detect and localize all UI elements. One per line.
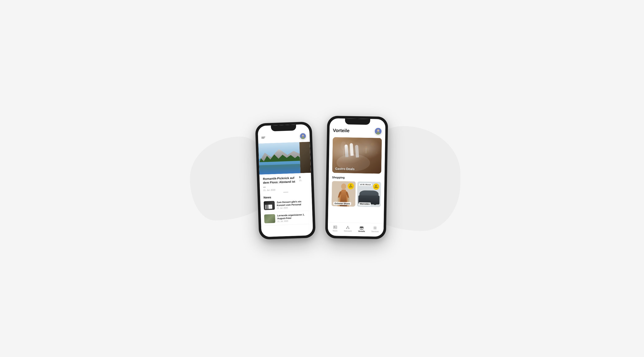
network-icon <box>346 225 350 229</box>
screen-vorteile: Vorteile <box>328 118 386 237</box>
nav-item-netzwerk[interactable]: Netzwerk <box>342 224 354 233</box>
news-section: News Zum Dessert gibt's ein Konzert vom … <box>260 193 313 229</box>
svg-rect-24 <box>359 196 379 202</box>
svg-point-40 <box>348 226 348 227</box>
discount-value-fashion: 20% <box>349 186 352 188</box>
svg-line-38 <box>347 227 348 228</box>
news-item-2[interactable]: Lernende organisieren 1. August-Feier 21… <box>264 213 310 225</box>
nav-item-services[interactable]: Services <box>370 224 380 234</box>
phone-news: Romantik-Picknick auf dem Floss: Abstand… <box>255 121 316 239</box>
screen-news: Romantik-Picknick auf dem Floss: Abstand… <box>258 124 313 237</box>
svg-point-46 <box>374 227 376 228</box>
notch-2 <box>345 119 370 125</box>
avatar-vorteile[interactable] <box>374 127 382 135</box>
shop-name-fashion: Ochsner Shoes <box>333 202 351 205</box>
svg-point-42 <box>348 228 349 228</box>
svg-rect-9 <box>343 146 344 160</box>
gastro-label: Gastro Deals <box>335 167 355 171</box>
nav-label-news: News <box>333 230 338 232</box>
svg-point-17 <box>338 140 340 143</box>
menu-button[interactable] <box>262 137 265 138</box>
shopping-grid: 🏷 20% Ochsner Shoes <box>332 181 381 207</box>
scroll-dot <box>283 192 288 193</box>
services-icon <box>373 226 377 230</box>
hero-articles: Romantik-Picknick auf dem Floss: Abstand… <box>259 173 312 191</box>
svg-point-28 <box>374 201 376 203</box>
svg-rect-14 <box>366 147 367 154</box>
hero-article-secondary-title: S <box>299 175 308 179</box>
hero-section <box>258 142 311 175</box>
svg-line-39 <box>348 227 349 228</box>
nav-label-netzwerk: Netzwerk <box>344 230 352 232</box>
svg-rect-31 <box>334 226 336 227</box>
hero-image-secondary <box>299 142 311 173</box>
news-header <box>258 131 310 144</box>
nav-item-vorteile[interactable]: Vorteile <box>356 224 367 234</box>
svg-point-41 <box>346 228 347 228</box>
svg-point-18 <box>376 152 378 154</box>
news-title-2: Lernende organisieren 1. August-Feier <box>277 213 309 220</box>
gift-icon <box>360 225 364 230</box>
shopping-section: Shopping <box>328 176 384 207</box>
shop-card-car[interactable]: 🏷 20% ab 99.-/Monat Mercedes <box>357 181 381 207</box>
news-thumb-group <box>264 214 275 223</box>
hero-image <box>258 142 300 175</box>
shop-name-car: Mercedes <box>359 202 371 206</box>
hero-article-date: 21. Jul. 2020 <box>263 188 298 191</box>
price-tag-car: ab 99.-/Monat <box>359 183 372 186</box>
svg-point-16 <box>371 142 374 146</box>
news-text-1: Zum Dessert gibt's ein Konzert vom Perso… <box>277 200 309 209</box>
hero-card-secondary[interactable] <box>299 142 311 173</box>
bottom-nav: News <box>328 222 384 237</box>
nav-label-services: Services <box>372 230 379 233</box>
svg-point-10 <box>341 142 346 150</box>
discount-value-car: 20% <box>374 186 378 188</box>
nav-label-vorteile: Vorteile <box>358 230 365 232</box>
svg-rect-11 <box>349 145 350 160</box>
news-item[interactable]: Zum Dessert gibt's ein Konzert vom Perso… <box>264 200 309 212</box>
svg-point-27 <box>372 200 378 205</box>
svg-point-12 <box>347 140 352 149</box>
news-section-title: News <box>264 194 308 199</box>
shopping-title: Shopping <box>332 176 381 180</box>
news-text-2: Lernende organisieren 1. August-Feier 21… <box>277 213 309 223</box>
vorteile-title: Vorteile <box>333 128 350 133</box>
gastro-card[interactable]: Gastro Deals <box>332 137 382 174</box>
news-title-1: Zum Dessert gibt's ein Konzert vom Perso… <box>277 200 309 207</box>
svg-rect-29 <box>376 197 378 198</box>
hero-card-main[interactable] <box>258 142 300 175</box>
avatar[interactable] <box>299 133 306 140</box>
news-thumb-piano <box>264 201 275 210</box>
shop-card-fashion[interactable]: 🏷 20% Ochsner Shoes <box>332 181 356 207</box>
hero-article-secondary: S 21. <box>299 174 308 182</box>
nav-item-news[interactable]: News <box>331 224 339 233</box>
hero-article-main: Romantik-Picknick auf dem Floss: Abstand… <box>263 174 298 191</box>
notch-1 <box>271 125 296 131</box>
svg-point-15 <box>366 146 367 149</box>
hero-article-title: Romantik-Picknick auf dem Floss: Abstand… <box>263 176 298 188</box>
hero-article-secondary-date: 21. <box>299 179 308 182</box>
svg-point-13 <box>363 147 370 154</box>
phone-vorteile: Vorteile <box>325 116 388 239</box>
vorteile-header: Vorteile <box>329 125 385 138</box>
scene: Romantik-Picknick auf dem Floss: Abstand… <box>196 107 448 250</box>
newspaper-icon <box>333 225 337 229</box>
